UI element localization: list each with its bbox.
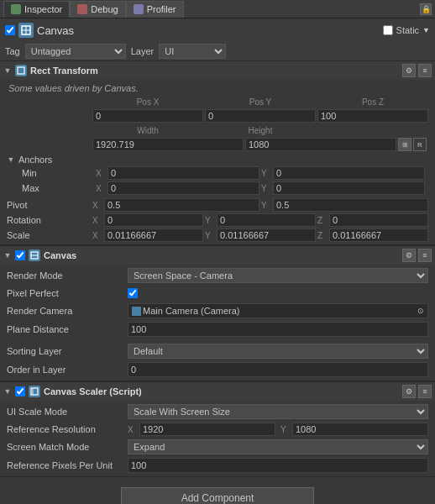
svg-rect-6 <box>31 388 38 395</box>
tab-bar: Inspector Debug Profiler 🔒 <box>0 0 435 18</box>
tab-debug[interactable]: Debug <box>70 1 125 18</box>
rotation-row: Rotation X Y Z <box>3 213 432 228</box>
anchor-max-y[interactable] <box>273 181 425 195</box>
height-header: Height <box>205 126 316 136</box>
inspector-icon <box>11 4 21 14</box>
ref-res-x-input[interactable] <box>139 423 275 436</box>
screen-match-mode-select[interactable]: Expand <box>128 439 428 454</box>
rect-transform-settings-btn[interactable]: ⚙ <box>402 64 416 77</box>
canvas-checkbox[interactable] <box>15 250 25 260</box>
rect-transform-settings: ⚙ ≡ <box>402 64 432 77</box>
pivot-x[interactable] <box>104 198 259 212</box>
debug-icon <box>77 4 87 14</box>
tag-select[interactable]: Untagged <box>25 44 126 59</box>
rect-transform-title: Rect Transform <box>30 66 399 76</box>
rot-z[interactable] <box>329 213 428 227</box>
ui-scale-mode-select[interactable]: Scale With Screen Size <box>128 404 428 419</box>
anchor-max-x[interactable] <box>107 181 259 195</box>
pos-y-header: Pos Y <box>205 97 316 108</box>
ref-res-row: Reference Resolution X Y <box>3 421 432 438</box>
canvas-scaler-menu-btn[interactable]: ≡ <box>418 385 432 398</box>
anchor-max-row: Max X Y <box>7 181 428 196</box>
pos-z-input[interactable] <box>317 109 428 123</box>
scale-z[interactable] <box>329 228 428 242</box>
scroll-area: ▼ Rect Transform ⚙ ≡ Some values driven … <box>0 60 435 504</box>
add-component-button[interactable]: Add Component <box>121 487 314 504</box>
anchor-min-y[interactable] <box>273 166 425 180</box>
plane-distance-input[interactable] <box>128 322 428 337</box>
pos-y-input[interactable] <box>205 109 316 123</box>
pivot-y[interactable] <box>273 198 428 212</box>
canvas-scaler-icon <box>29 386 40 397</box>
sorting-layer-select[interactable]: Default <box>128 344 428 359</box>
order-in-layer-row: Order in Layer <box>3 360 432 379</box>
anchor-min-y-prefix: Y <box>261 169 271 178</box>
screen-match-mode-row: Screen Match Mode Expand <box>3 438 432 456</box>
layer-select[interactable]: UI <box>159 44 226 59</box>
static-dropdown-arrow[interactable]: ▼ <box>422 26 430 34</box>
tab-debug-label: Debug <box>91 4 118 14</box>
canvas-scaler-header: ▼ Canvas Scaler (Script) ⚙ ≡ <box>0 381 435 401</box>
anchors-fold[interactable]: ▼ <box>7 155 15 164</box>
pivot-row: Pivot X Y <box>3 197 432 213</box>
pos-x-input[interactable] <box>92 109 203 123</box>
sorting-layer-label: Sorting Layer <box>7 346 124 356</box>
tab-inspector[interactable]: Inspector <box>3 1 70 18</box>
anchor-min-x-prefix: X <box>96 169 106 178</box>
rect-transform-menu-btn[interactable]: ≡ <box>418 64 432 77</box>
pixel-perfect-label: Pixel Perfect <box>7 288 124 298</box>
camera-select-arrow[interactable]: ⊙ <box>417 307 424 315</box>
order-in-layer-label: Order in Layer <box>7 365 124 375</box>
canvas-scaler-title: Canvas Scaler (Script) <box>44 386 399 396</box>
ref-pixels-input[interactable] <box>128 458 428 473</box>
sorting-layer-row: Sorting Layer Default <box>3 342 432 360</box>
ref-res-y-prefix: Y <box>280 425 291 434</box>
ref-pixels-row: Reference Pixels Per Unit <box>3 456 432 475</box>
canvas-scaler-settings: ⚙ ≡ <box>402 385 432 398</box>
ref-res-label: Reference Resolution <box>7 424 124 434</box>
canvas-settings-btn[interactable]: ⚙ <box>402 249 416 262</box>
height-input[interactable] <box>245 138 396 151</box>
render-mode-label: Render Mode <box>7 270 124 281</box>
rotation-label: Rotation <box>7 215 91 225</box>
camera-icon <box>132 307 141 316</box>
constraint-icon[interactable]: ⊞ <box>398 138 411 151</box>
anchor-min-row: Min X Y <box>7 165 428 181</box>
ref-res-y-input[interactable] <box>292 423 428 436</box>
rect-transform-fold[interactable]: ▼ <box>3 66 12 75</box>
anchor-max-x-prefix: X <box>96 184 106 193</box>
canvas-menu-btn[interactable]: ≡ <box>418 249 432 262</box>
anchors-label: Anchors <box>18 155 52 165</box>
tab-profiler-label: Profiler <box>147 4 176 14</box>
render-camera-label: Render Camera <box>7 306 124 316</box>
order-in-layer-input[interactable] <box>128 362 428 377</box>
screen-match-mode-label: Screen Match Mode <box>7 442 124 452</box>
canvas-scaler-settings-btn[interactable]: ⚙ <box>402 385 416 398</box>
rot-x[interactable] <box>104 213 203 227</box>
rot-y[interactable] <box>217 213 316 227</box>
scale-y[interactable] <box>217 228 316 242</box>
lock-button[interactable]: 🔒 <box>420 3 432 15</box>
rect-transform-icon <box>15 65 27 76</box>
canvas-scaler-body: UI Scale Mode Scale With Screen Size Ref… <box>0 401 435 476</box>
pixel-perfect-checkbox[interactable] <box>128 288 138 298</box>
canvas-scaler-fold[interactable]: ▼ <box>3 387 12 396</box>
render-mode-select[interactable]: Screen Space - Camera <box>128 268 428 283</box>
canvas-scaler-checkbox[interactable] <box>15 386 25 396</box>
r-button[interactable]: R <box>413 138 427 151</box>
canvas-fold[interactable]: ▼ <box>3 251 12 260</box>
width-input[interactable] <box>92 138 244 151</box>
anchor-min-x[interactable] <box>107 166 259 180</box>
render-camera-value: Main Camera (Camera) <box>143 306 416 316</box>
static-checkbox[interactable] <box>383 25 393 35</box>
canvas-header: ▼ Canvas ⚙ ≡ <box>0 245 435 265</box>
scale-x[interactable] <box>104 228 203 242</box>
canvas-icon <box>29 249 40 261</box>
tab-profiler[interactable]: Profiler <box>126 1 184 18</box>
anchors-header: ▼ Anchors <box>7 154 428 165</box>
ref-pixels-label: Reference Pixels Per Unit <box>7 460 124 470</box>
pos-x-header: Pos X <box>92 97 203 108</box>
canvas-settings: ⚙ ≡ <box>402 249 432 262</box>
canvas-component: ▼ Canvas ⚙ ≡ Render Mode Screen Space - … <box>0 245 435 381</box>
object-active-checkbox[interactable] <box>5 25 15 35</box>
